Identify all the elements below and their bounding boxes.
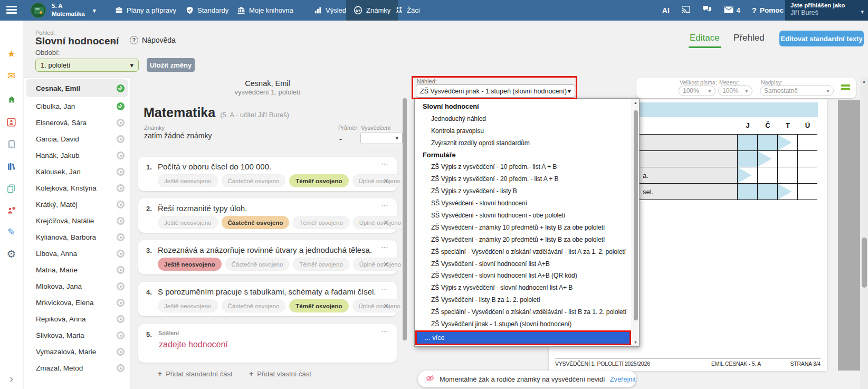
preview-menu-icon[interactable] <box>841 84 850 91</box>
period-select[interactable]: 1. pololetí ▾ <box>35 59 139 72</box>
card-menu-icon[interactable]: ⋯ <box>381 201 389 210</box>
books-library-icon[interactable] <box>0 160 23 171</box>
report-grade-select[interactable]: ▾ <box>360 132 403 144</box>
dropdown-option[interactable]: Zvýraznit rozdíly oproti standardům <box>415 137 631 149</box>
dropdown-option[interactable]: ZŠ Vysvědčení - slovní hodnocení list A+… <box>415 270 631 282</box>
dropdown-option[interactable]: ZŠ Vysvědčení - listy B za 1. 2. pololet… <box>415 294 631 306</box>
student-list-item[interactable]: Garcia, David <box>24 131 130 147</box>
expand-chevron-icon[interactable]: › <box>0 373 23 384</box>
student-list-item[interactable]: Elsnerová, Sára <box>24 115 130 131</box>
student-list-item[interactable]: Cibulka, Jan <box>24 98 130 115</box>
message-placeholder[interactable]: zadejte hodnocení <box>159 340 228 349</box>
student-list-item[interactable]: Hanák, Jakub <box>24 147 130 164</box>
tab-prehled[interactable]: Přehled <box>733 33 765 43</box>
rating-pill[interactable]: Částečně osvojeno <box>222 216 290 229</box>
contact-person-icon[interactable] <box>0 116 23 127</box>
student-list-item[interactable]: Krátký, Matěj <box>24 196 130 213</box>
dropdown-option[interactable]: ZŠ Vysvědčení - slovní hodnocení list A+… <box>415 258 631 270</box>
rating-pill[interactable]: Téměř osvojeno <box>293 216 349 229</box>
rating-pill[interactable]: Ještě neosvojeno <box>158 299 218 312</box>
compose-pencil-icon[interactable]: ✎ <box>0 227 23 238</box>
favorites-star-icon[interactable]: ★ <box>0 49 23 59</box>
rating-pill[interactable]: Ještě neosvojeno <box>158 174 218 187</box>
rating-pill[interactable]: Téměř osvojeno <box>289 174 348 187</box>
student-list-item[interactable]: Krejčířová, Natálie <box>24 213 130 229</box>
dropdown-scrollbar-thumb[interactable] <box>634 110 638 320</box>
card-menu-icon[interactable]: ⋯ <box>381 159 389 168</box>
rating-pill[interactable]: Úplně osvojeno <box>353 216 407 229</box>
class-avatar[interactable] <box>31 3 46 18</box>
dropdown-option[interactable]: SŠ Vysvědčení - slovní hodnocení <box>415 197 631 210</box>
window-scrollbar[interactable]: ▲ <box>860 78 868 389</box>
ai-button[interactable]: AI <box>662 6 670 15</box>
mail-button[interactable]: 4 <box>724 6 740 15</box>
dropdown-option[interactable]: SŠ Vysvědčení - slovní hodnocení - obe p… <box>415 210 631 222</box>
person-chat-icon[interactable] <box>0 205 23 215</box>
rating-pill[interactable]: Částečně osvojeno <box>225 258 290 271</box>
save-changes-button[interactable]: Uložit změny <box>147 58 195 72</box>
menu-icon[interactable] <box>6 6 17 14</box>
add-standard-part-button[interactable]: + Přidat standardní část <box>158 369 233 378</box>
student-list-item[interactable]: Kyliánová, Barbora <box>24 229 130 245</box>
font-size-select[interactable]: 100% ▾ <box>679 86 716 96</box>
card-menu-icon[interactable]: ⋯ <box>381 243 389 251</box>
rating-pill[interactable]: Téměř osvojeno <box>289 299 348 312</box>
chat-icon[interactable] <box>702 5 712 15</box>
nav-item-knihovna[interactable]: Moje knihovna <box>237 0 293 21</box>
dropdown-option[interactable]: ZŠ Výpis z vysvědčení - 10 předm.- list … <box>415 161 631 173</box>
messages-mail-icon[interactable]: ✉ <box>0 71 23 81</box>
student-list-item[interactable]: Zmazal, Metod <box>24 360 130 376</box>
rating-pill[interactable]: Úplně osvojeno <box>352 299 407 312</box>
dropdown-option-more[interactable]: ... více <box>417 332 629 344</box>
scroll-down-icon[interactable]: ▼ <box>632 340 639 344</box>
tablet-device-icon[interactable] <box>0 138 23 149</box>
student-list-item[interactable]: Kalousek, Jan <box>24 164 130 180</box>
remove-rating-icon[interactable]: × <box>384 176 388 186</box>
student-list-item[interactable]: Repiková, Anna <box>24 311 130 327</box>
settings-gear-icon[interactable]: ⚙ <box>0 249 23 259</box>
publish-link[interactable]: Zveřejnit <box>610 375 636 383</box>
student-list-item[interactable]: Mrkvickova, Elena <box>24 295 130 311</box>
rating-pill[interactable]: Částečně osvojeno <box>222 174 286 187</box>
dropdown-scrollbar[interactable]: ▲ ▼ <box>632 99 639 346</box>
rating-pill[interactable]: Ještě neosvojeno <box>158 258 222 271</box>
nav-item-zaci[interactable]: Žáci <box>395 0 420 21</box>
student-list-item[interactable]: Slivkova, Maria <box>24 327 130 344</box>
view-selector[interactable]: Slovní hodnocení <box>35 35 119 47</box>
dropdown-option[interactable]: ZŠ Vysvědčení - známky 10 předmětů + lis… <box>415 222 631 234</box>
cast-icon[interactable] <box>681 5 691 15</box>
rating-pill[interactable]: Úplně osvojeno <box>353 258 407 271</box>
dropdown-option[interactable]: ZŠ Výpis z vysvědčení - slovní hodnocení… <box>415 282 631 294</box>
dropdown-option[interactable]: ZŠ Vysvědčení - známky 20 předmětů + lis… <box>415 234 631 246</box>
dropdown-option[interactable]: ZŠ Výpis z vysvědčení - 20 předm. - list… <box>415 173 631 185</box>
dropdown-option[interactable]: Kontrola pravopisu <box>415 125 631 137</box>
help-link[interactable]: ? Nápověda <box>130 36 176 44</box>
nav-item-znamky[interactable]: A+ Známky <box>346 0 398 21</box>
nav-item-plany[interactable]: Plány a přípravy <box>115 0 176 21</box>
spacing-select[interactable]: 100% ▾ <box>718 86 752 96</box>
rating-pill[interactable]: Téměř osvojeno <box>293 258 349 271</box>
student-list-item[interactable]: Cesnak, Emil <box>26 79 128 97</box>
chevron-down-icon[interactable]: ▾ <box>112 38 115 45</box>
rating-pill[interactable]: Ještě neosvojeno <box>158 216 218 229</box>
editor-scrollbar[interactable] <box>403 98 407 340</box>
scroll-up-icon[interactable]: ▲ <box>860 79 868 84</box>
tab-editace[interactable]: Editace <box>690 33 720 43</box>
headings-select[interactable]: Samostatně ▾ <box>760 86 834 96</box>
class-picker[interactable]: 5. A Matematika ▾ <box>52 2 85 18</box>
student-list-item[interactable]: Matna, Marie <box>24 262 130 278</box>
card-menu-icon[interactable]: ⋯ <box>381 327 389 335</box>
dropdown-option[interactable]: ZŠ Výpis z vysvědčení - listy B <box>415 185 631 197</box>
dropdown-option[interactable]: ZŠ Vysvědčení jinak - 1.stupeň (slovní h… <box>415 318 631 330</box>
remove-rating-icon[interactable]: × <box>384 301 388 311</box>
preview-template-select[interactable]: ZŠ Vysvědčení jinak - 1.stupeň (slovní h… <box>416 84 575 98</box>
student-list-item[interactable]: Libova, Anna <box>24 245 130 262</box>
add-custom-part-button[interactable]: + Přidat vlastní část <box>249 369 311 378</box>
rating-pill[interactable]: Částečně osvojeno <box>222 299 286 312</box>
student-list-item[interactable]: Kolejková, Kristýna <box>24 180 130 196</box>
student-list-item[interactable]: Vymazalová, Marie <box>24 344 130 360</box>
student-list-item[interactable]: Mlokova, Jana <box>24 278 130 295</box>
nav-item-standardy[interactable]: Standardy <box>186 0 228 21</box>
window-scrollbar-thumb[interactable] <box>862 238 867 288</box>
dropdown-option[interactable]: ZŠ speciální - Vysvědčení o získání vzdě… <box>415 306 631 318</box>
